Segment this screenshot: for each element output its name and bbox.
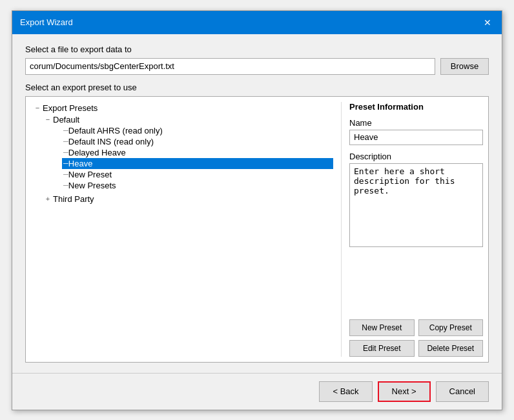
tree-item-label: Default AHRS (read only) (68, 126, 163, 135)
preset-section: Select an export preset to use − Export … (25, 83, 489, 363)
info-buttons: New Preset Copy Preset Edit Preset Delet… (349, 319, 483, 357)
back-button[interactable]: < Back (319, 381, 372, 402)
tree-item-label: Default INS (read only) (68, 137, 154, 146)
preset-section-label: Select an export preset to use (25, 83, 489, 92)
info-section-label: Preset Information (349, 102, 424, 112)
connector-6: ─ (63, 181, 68, 189)
copy-preset-button[interactable]: Copy Preset (418, 319, 484, 336)
connector-5: ─ (63, 170, 68, 178)
tree-default-label: Default (53, 115, 79, 125)
next-button[interactable]: Next > (378, 381, 431, 402)
file-section: Select a file to export data to Browse (25, 45, 489, 75)
tree-item-new-preset[interactable]: ─ New Preset (62, 169, 333, 180)
connector-3: ─ (63, 148, 68, 156)
new-preset-button[interactable]: New Preset (349, 319, 415, 336)
info-section-title: Preset Information (349, 102, 483, 112)
title-bar: Export Wizard ✕ (12, 11, 502, 34)
third-party-expand-icon: + (43, 195, 53, 203)
tree-children: ─ Default AHRS (read only) ─ Default INS… (41, 125, 333, 191)
tree-item-label: Heave (68, 159, 93, 168)
cancel-button[interactable]: Cancel (436, 381, 489, 402)
desc-field-group: Description Enter here a short descripti… (349, 152, 483, 313)
connector-2: ─ (63, 137, 68, 145)
preset-action-row-1: New Preset Copy Preset (349, 319, 483, 336)
tree-item-default-ins[interactable]: ─ Default INS (read only) (62, 136, 333, 147)
tree-item-label: New Presets (68, 181, 116, 190)
file-path-input[interactable] (25, 58, 435, 75)
tree-root: − Export Presets − Default (31, 102, 333, 206)
dialog-body: Select a file to export data to Browse S… (12, 34, 502, 373)
default-expand-icon: − (43, 115, 53, 123)
name-field-group: Name (349, 118, 483, 145)
file-row: Browse (25, 58, 489, 75)
tree-third-party-row[interactable]: + Third Party (41, 194, 333, 205)
tree-root-label: Export Presets (43, 103, 98, 113)
tree-item-default-ahrs[interactable]: ─ Default AHRS (read only) (62, 125, 333, 136)
delete-preset-button[interactable]: Delete Preset (418, 340, 484, 357)
tree-third-party-label: Third Party (53, 194, 94, 204)
tree-root-row[interactable]: − Export Presets (31, 103, 333, 114)
file-section-label: Select a file to export data to (25, 45, 489, 54)
close-button[interactable]: ✕ (481, 16, 494, 29)
connector-1: ─ (63, 126, 68, 134)
connector-4: ─ (63, 159, 68, 167)
desc-label: Description (349, 152, 483, 161)
root-expand-icon: − (32, 104, 43, 112)
tree-default-group: − Default ─ Default AHRS (read only) (31, 114, 333, 192)
preset-name-input[interactable] (349, 130, 483, 145)
tree-item-delayed-heave[interactable]: ─ Delayed Heave (62, 147, 333, 158)
browse-button[interactable]: Browse (440, 58, 489, 75)
tree-item-label: Delayed Heave (68, 148, 126, 157)
tree-third-party: + Third Party (31, 193, 333, 205)
preset-action-row-2: Edit Preset Delete Preset (349, 340, 483, 357)
tree-item-new-presets[interactable]: ─ New Presets (62, 180, 333, 191)
tree-item-heave[interactable]: ─ Heave (62, 158, 333, 169)
preset-desc-textarea[interactable]: Enter here a short description for this … (349, 163, 483, 247)
info-panel: Preset Information Name Description Ente… (341, 102, 483, 357)
tree-item-label: New Preset (68, 170, 112, 179)
name-label: Name (349, 118, 483, 128)
dialog-footer: < Back Next > Cancel (12, 373, 502, 410)
preset-content: − Export Presets − Default (25, 96, 489, 363)
tree-default-row[interactable]: − Default (41, 114, 333, 125)
export-wizard-dialog: Export Wizard ✕ Select a file to export … (12, 10, 502, 410)
dialog-title: Export Wizard (20, 17, 73, 27)
tree-panel: − Export Presets − Default (31, 102, 333, 357)
edit-preset-button[interactable]: Edit Preset (349, 340, 415, 357)
